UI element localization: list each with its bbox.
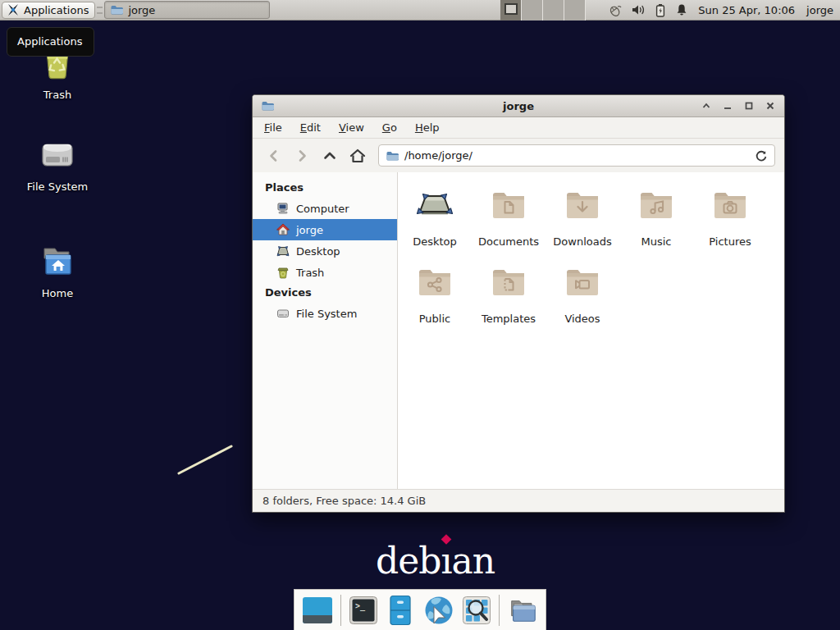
wallpaper-line <box>172 440 240 479</box>
svg-text:>_: >_ <box>355 601 366 611</box>
debian-logo-part1: deb <box>376 540 441 582</box>
home-button[interactable] <box>345 144 370 167</box>
debian-logo: debıan <box>376 540 495 582</box>
forward-button[interactable] <box>290 144 314 167</box>
maximize-button[interactable] <box>740 98 758 114</box>
desktop-icon-file-system[interactable]: File System <box>18 135 97 193</box>
menu-file[interactable]: File <box>264 121 282 134</box>
file-item-music[interactable]: Music <box>619 184 693 261</box>
taskbar-window-button[interactable]: jorge <box>104 1 270 19</box>
menu-view[interactable]: View <box>339 121 364 134</box>
statusbar-text: 8 folders, Free space: 14.4 GiB <box>262 495 426 507</box>
window-folder-icon <box>261 99 274 112</box>
xfce-applications-icon <box>7 3 20 16</box>
applications-menu-label: Applications <box>24 4 89 16</box>
applications-menu-button[interactable]: Applications <box>2 2 95 19</box>
app-finder-icon[interactable] <box>462 595 491 626</box>
file-item-label: Music <box>641 235 672 248</box>
file-item-templates[interactable]: Templates <box>472 261 546 338</box>
show-desktop-icon[interactable] <box>302 595 333 626</box>
panel-username[interactable]: jorge <box>806 4 833 16</box>
sidebar: Places Computer <box>253 172 398 489</box>
system-tray <box>607 3 688 17</box>
folder-videos-icon <box>563 262 602 302</box>
notifications-bell-icon[interactable] <box>675 3 688 16</box>
window-titlebar[interactable]: jorge <box>253 95 784 117</box>
top-panel: Applications jorge <box>0 0 840 21</box>
file-item-label: Pictures <box>709 235 751 248</box>
sidebar-places-header: Places <box>253 178 397 198</box>
menubar: File Edit View Go Help <box>253 117 784 139</box>
folder-downloads-icon <box>563 185 602 225</box>
sidebar-item-jorge[interactable]: jorge <box>253 219 397 240</box>
file-item-public[interactable]: Public <box>398 261 472 338</box>
mouse-icon[interactable] <box>607 3 622 17</box>
user-home-icon <box>276 223 290 236</box>
debian-logo-i: ı <box>441 540 451 582</box>
back-button[interactable] <box>262 144 286 167</box>
close-button[interactable] <box>761 98 779 114</box>
sidebar-item-computer[interactable]: Computer <box>253 198 397 219</box>
folder-public-icon <box>415 262 454 302</box>
file-item-label: Downloads <box>553 235 611 248</box>
workspace-1[interactable] <box>500 0 522 21</box>
panel-clock[interactable]: Sun 25 Apr, 10:06 <box>698 4 795 16</box>
menu-edit[interactable]: Edit <box>300 121 321 134</box>
desktop-icon-label: Home <box>42 287 73 299</box>
menu-help[interactable]: Help <box>415 121 440 134</box>
volume-icon[interactable] <box>631 3 646 16</box>
desktop-icon <box>276 244 290 258</box>
location-bar[interactable]: /home/jorge/ <box>378 144 775 167</box>
workspace-4[interactable] <box>564 0 586 21</box>
desktop-icon-label: File System <box>27 180 88 193</box>
panel-handle[interactable] <box>97 7 103 14</box>
desktop-icon-label: Trash <box>43 89 71 101</box>
home-folder-icon <box>37 241 78 282</box>
applications-tooltip: Applications <box>7 27 94 57</box>
workspace-pager[interactable] <box>500 0 586 21</box>
harddrive-icon <box>37 135 78 176</box>
file-item-documents[interactable]: Documents <box>472 184 546 261</box>
workspace-2[interactable] <box>522 0 543 21</box>
file-item-desktop[interactable]: Desktop <box>398 184 472 261</box>
dock-separator <box>499 595 500 626</box>
computer-icon <box>276 202 290 215</box>
shade-button[interactable] <box>697 98 715 114</box>
sidebar-devices-header: Devices <box>253 283 397 303</box>
sidebar-item-label: Computer <box>296 203 349 215</box>
sidebar-item-label: jorge <box>296 224 323 236</box>
up-button[interactable] <box>317 144 342 167</box>
web-browser-icon[interactable] <box>423 595 454 626</box>
sidebar-item-label: Trash <box>296 267 324 279</box>
battery-icon[interactable] <box>655 3 666 17</box>
folder-templates-icon <box>489 262 528 302</box>
sidebar-item-label: File System <box>296 308 357 320</box>
sidebar-item-file-system[interactable]: File System <box>253 303 397 324</box>
file-item-label: Public <box>419 313 450 325</box>
reload-icon[interactable] <box>755 149 768 162</box>
sidebar-item-trash[interactable]: Trash <box>253 262 397 283</box>
folder-icon <box>110 3 123 16</box>
toolbar: /home/jorge/ <box>253 139 784 172</box>
file-item-pictures[interactable]: Pictures <box>693 184 767 261</box>
tooltip-text: Applications <box>17 35 82 48</box>
folder-documents-icon <box>489 185 528 225</box>
file-item-label: Desktop <box>413 235 457 248</box>
desktop-icon <box>415 185 454 225</box>
terminal-icon[interactable]: >_ <box>349 595 378 626</box>
path-text[interactable]: /home/jorge/ <box>404 149 749 162</box>
file-item-downloads[interactable]: Downloads <box>546 184 619 261</box>
workspace-3[interactable] <box>543 0 564 21</box>
minimize-button[interactable] <box>719 98 737 114</box>
harddrive-icon <box>276 307 290 320</box>
file-item-videos[interactable]: Videos <box>546 261 619 338</box>
menu-go[interactable]: Go <box>382 121 397 134</box>
file-grid: Desktop Documents <box>398 172 784 489</box>
file-cabinet-icon[interactable] <box>386 595 415 626</box>
desktop-icon-home[interactable]: Home <box>18 241 97 299</box>
file-item-label: Documents <box>478 235 539 248</box>
sidebar-item-label: Desktop <box>296 245 340 258</box>
sidebar-item-desktop[interactable]: Desktop <box>253 240 397 262</box>
pager-mini-window <box>504 3 518 15</box>
folder-icon[interactable] <box>507 595 538 626</box>
